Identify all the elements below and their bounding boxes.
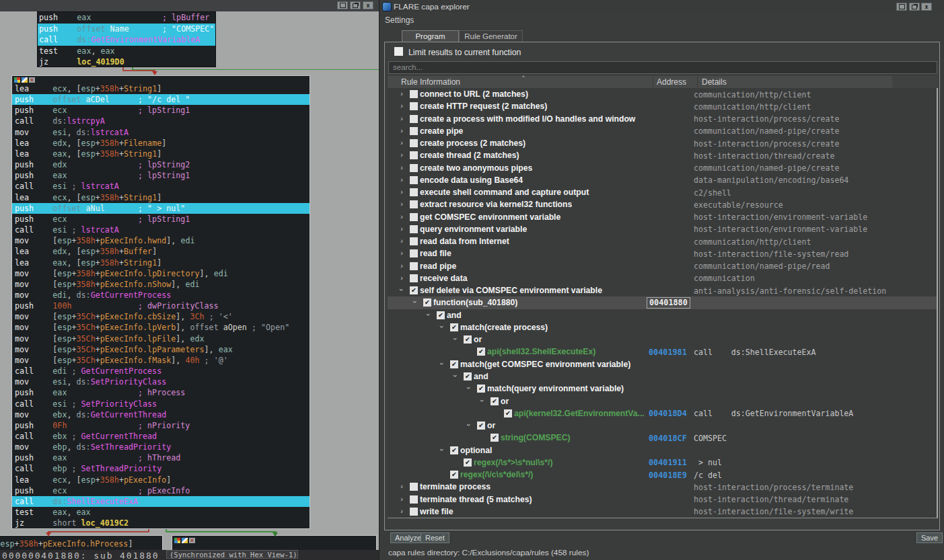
asm-line[interactable]: push offset aNul ; " > nul"	[12, 203, 310, 214]
asm-line[interactable]: jz loc_4019D0	[38, 56, 215, 68]
row-checkbox[interactable]	[410, 188, 418, 196]
asm-line[interactable]: mov [esp+35Ch+pExecInfo.lpVerb], offset …	[12, 322, 310, 333]
tree-row[interactable]: ›create process (2 matches)host-interact…	[388, 137, 937, 149]
tree-row[interactable]: ›query environment variablehost-interact…	[388, 223, 937, 235]
chevron-right-icon[interactable]: ›	[398, 114, 405, 122]
restore-button[interactable]	[909, 3, 920, 11]
tree-row[interactable]: ›get COMSPEC environment variablehost-in…	[388, 211, 937, 223]
chevron-down-icon[interactable]: ›	[465, 385, 473, 391]
asm-line[interactable]: mov [esp+35Ch+pExecInfo.lpParameters], e…	[12, 344, 310, 355]
row-checkbox-checked[interactable]: ✔	[437, 311, 445, 319]
chevron-right-icon[interactable]: ›	[398, 163, 405, 171]
row-checkbox-checked[interactable]: ✔	[477, 348, 485, 356]
minimize-button[interactable]	[337, 1, 348, 9]
asm-line[interactable]: mov [esp+358h+pExecInfo.lpDirectory], ed…	[12, 268, 310, 279]
chevron-right-icon[interactable]: ›	[398, 249, 405, 257]
row-checkbox[interactable]	[410, 200, 418, 208]
asm-line[interactable]: call ds:lstrcpyA	[12, 116, 310, 126]
row-checkbox[interactable]	[410, 102, 418, 110]
chevron-right-icon[interactable]: ›	[398, 200, 405, 208]
asm-line[interactable]: lea eax, [esp+358h+String1]	[12, 149, 310, 159]
basic-block-comspec[interactable]: push eax ; lpBufferpush offset Name ; "C…	[37, 11, 216, 67]
asm-line[interactable]: push 100h ; dwPriorityClass	[12, 301, 310, 311]
row-checkbox[interactable]	[410, 508, 418, 516]
asm-line[interactable]: test eax, eax	[12, 507, 310, 518]
tree-row[interactable]: ›✔or	[388, 333, 937, 346]
row-checkbox-checked[interactable]: ✔	[450, 446, 458, 454]
basic-block-main[interactable]: x lea ecx, [esp+358h+String1]push offset…	[11, 75, 310, 529]
tree-row[interactable]: ›✔or	[388, 419, 937, 432]
chevron-down-icon[interactable]: ›	[451, 372, 460, 379]
asm-line[interactable]: mov [esp+358h+pExecInfo.hwnd], edi	[12, 235, 310, 246]
tree-row[interactable]: ✔string(COMSPEC)004018CFCOMSPEC	[388, 432, 937, 444]
asm-line[interactable]: call ebp ; SetThreadPriority	[12, 463, 310, 474]
tree-row[interactable]: ›terminate processhost-interaction/proce…	[388, 481, 937, 493]
row-checkbox[interactable]	[410, 164, 418, 172]
chevron-down-icon[interactable]: ›	[438, 360, 446, 367]
row-checkbox[interactable]	[410, 237, 418, 245]
row-checkbox-checked[interactable]: ✔	[491, 397, 499, 405]
chevron-down-icon[interactable]: ›	[438, 323, 446, 330]
row-checkbox-checked[interactable]: ✔	[464, 372, 472, 381]
row-checkbox-checked[interactable]: ✔	[450, 360, 458, 368]
tree-row[interactable]: ›execute shell command and capture outpu…	[388, 186, 937, 198]
row-checkbox-checked[interactable]: ✔	[423, 298, 431, 307]
row-checkbox[interactable]	[410, 274, 418, 282]
row-checkbox-checked[interactable]: ✔	[464, 335, 472, 344]
tree-row[interactable]: ›✔self delete via COMSPEC environment va…	[388, 284, 937, 296]
tree-row[interactable]: ›read data from Internetcommunication/ht…	[388, 235, 937, 247]
minimize-button[interactable]	[896, 3, 907, 11]
tree-row[interactable]: ›extract resource via kernel32 functions…	[388, 198, 937, 210]
tree-row[interactable]: ›✔and	[388, 370, 937, 383]
tree-row[interactable]: ✔regex(/\/c\s*del\s*/)004018E9/c del	[388, 469, 937, 481]
asm-line[interactable]: mov ebp, ds:SetThreadPriority	[12, 442, 310, 452]
node-edit-icon[interactable]	[22, 77, 28, 83]
asm-line[interactable]: lea edx, [esp+358h+Filename]	[12, 138, 310, 149]
row-checkbox-checked[interactable]: ✔	[504, 409, 512, 417]
capa-titlebar[interactable]: FLARE capa explorer x	[379, 0, 944, 12]
tree-row[interactable]: ›✔optional	[388, 444, 937, 456]
tree-row[interactable]: ›connect to URL (2 matches)communication…	[388, 88, 937, 100]
asm-line[interactable]: call ds:ShellExecuteExA	[12, 496, 310, 507]
chevron-right-icon[interactable]: ›	[398, 237, 405, 245]
row-checkbox[interactable]	[410, 176, 418, 184]
rule-tree[interactable]: ›connect to URL (2 matches)communication…	[388, 88, 938, 518]
chevron-right-icon[interactable]: ›	[398, 175, 405, 184]
limit-results-checkbox[interactable]	[394, 47, 403, 56]
tree-row[interactable]: ›terminate thread (5 matches)host-intera…	[388, 493, 937, 506]
close-button[interactable]: x	[921, 3, 932, 11]
row-checkbox[interactable]	[410, 151, 418, 159]
tree-row[interactable]: ›receive datacommunication	[388, 272, 937, 284]
row-checkbox-checked[interactable]: ✔	[477, 385, 485, 393]
row-checkbox[interactable]	[410, 262, 418, 270]
chevron-right-icon[interactable]: ›	[398, 89, 405, 97]
row-checkbox[interactable]	[410, 483, 418, 491]
asm-line[interactable]: call ebx ; GetCurrentThread	[12, 431, 310, 442]
asm-line[interactable]: lea ecx, [esp+358h+String1]	[12, 192, 310, 203]
asm-line[interactable]: push edx ; lpString2	[12, 159, 310, 170]
tree-row[interactable]: ›write filehost-interaction/file-system/…	[388, 506, 937, 518]
asm-line[interactable]: push eax ; lpBuffer	[38, 12, 215, 24]
node-color-icon[interactable]	[14, 77, 20, 83]
asm-line[interactable]: mov [esp+358h+pExecInfo.hProcess]	[0, 539, 162, 549]
tree-row[interactable]: ›create pipecommunication/named-pipe/cre…	[388, 125, 937, 137]
asm-line[interactable]: lea eax, [esp+358h+String1]	[12, 257, 310, 268]
asm-line[interactable]: push ecx ; lpString1	[12, 105, 310, 116]
asm-line[interactable]: lea ecx, [esp+358h+pExecInfo]	[12, 475, 310, 485]
asm-line[interactable]: push 0Fh ; nPriority	[12, 420, 310, 431]
asm-line[interactable]: mov [esp+35Ch+pExecInfo.lpFile], edx	[12, 333, 310, 344]
node-edit-icon[interactable]	[182, 538, 188, 543]
search-input[interactable]: search...	[388, 61, 937, 74]
tree-row[interactable]: ›✔or	[388, 395, 937, 407]
asm-line[interactable]: call esi ; SetPriorityClass	[12, 399, 310, 409]
asm-line[interactable]: push ecx ; pExecInfo	[12, 485, 310, 496]
chevron-down-icon[interactable]: ›	[438, 446, 446, 453]
column-divider[interactable]	[653, 77, 653, 87]
tree-row[interactable]: ›✔match(create process)	[388, 321, 937, 333]
chevron-down-icon[interactable]: ›	[398, 286, 406, 293]
asm-line[interactable]: lea ecx, [esp+358h+String1]	[12, 83, 310, 94]
save-button[interactable]: Save	[916, 532, 943, 543]
chevron-right-icon[interactable]: ›	[398, 212, 405, 221]
row-checkbox[interactable]	[410, 90, 418, 98]
column-details[interactable]: Details	[702, 77, 727, 87]
